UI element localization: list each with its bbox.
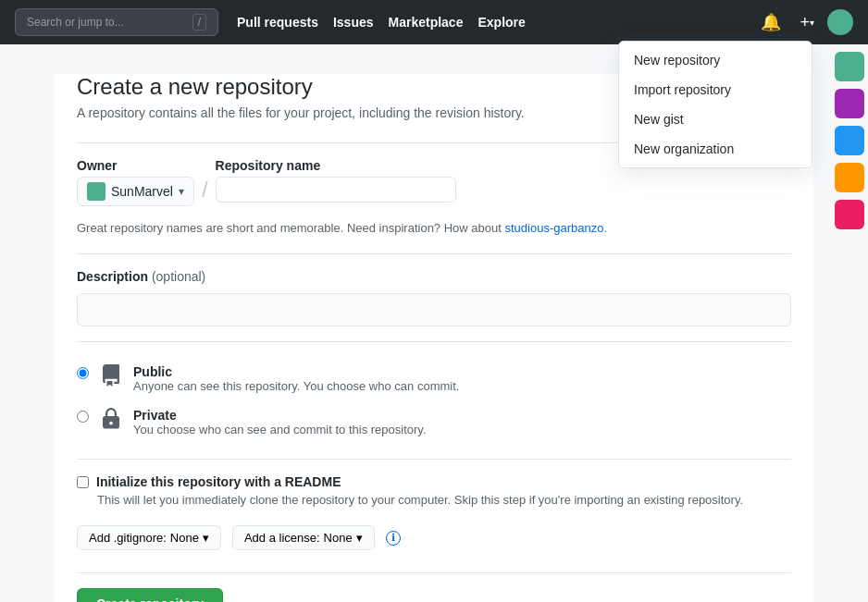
hint-text-prefix: Great repository names are short and mem… [77, 221, 502, 235]
private-radio[interactable] [77, 411, 89, 423]
private-desc: You choose who can see and commit to thi… [133, 423, 427, 436]
license-value: None [324, 531, 353, 545]
user-avatar[interactable] [827, 9, 853, 35]
dropdown-new-organization[interactable]: New organization [619, 134, 812, 164]
gitignore-chevron-icon: ▾ [203, 531, 209, 545]
sidebar-avatar-1 [835, 52, 864, 81]
repo-name-input[interactable] [216, 177, 456, 203]
readme-label-text: Initialize this repository with a README [96, 474, 341, 489]
sidebar-avatar-3 [835, 126, 864, 155]
navbar-actions: 🔔 + ▾ [755, 8, 853, 36]
readme-hint: This will let you immediately clone the … [97, 493, 791, 507]
readme-checkbox-label[interactable]: Initialize this repository with a README [77, 474, 791, 489]
submit-section: Create repository [77, 588, 791, 602]
nav-explore[interactable]: Explore [477, 15, 525, 30]
description-optional: (optional) [152, 269, 205, 284]
owner-avatar-icon [87, 182, 105, 201]
gitignore-label: Add .gitignore: [89, 531, 167, 545]
license-label: Add a license: [244, 531, 320, 545]
extras-row: Add .gitignore: None ▾ Add a license: No… [77, 525, 791, 550]
public-desc: Anyone can see this repository. You choo… [133, 379, 459, 393]
nav-marketplace[interactable]: Marketplace [389, 15, 464, 30]
public-text: Public Anyone can see this repository. Y… [133, 364, 459, 393]
search-placeholder: Search or jump to... [27, 16, 124, 29]
repo-name-label: Repository name [216, 158, 456, 173]
dropdown-new-repository[interactable]: New repository [619, 45, 812, 75]
hint-suffix: . [603, 221, 607, 235]
repo-name-hint: Great repository names are short and mem… [77, 221, 791, 235]
section-divider-1 [77, 253, 791, 254]
public-option: Public Anyone can see this repository. Y… [77, 364, 791, 393]
sidebar-avatar-5 [835, 200, 864, 229]
visibility-section: Public Anyone can see this repository. Y… [77, 364, 791, 436]
private-icon [98, 406, 124, 432]
public-icon [98, 362, 124, 388]
owner-group: Owner SunMarvel ▾ [77, 158, 194, 206]
owner-chevron-icon: ▾ [179, 185, 184, 198]
search-bar[interactable]: Search or jump to... / [15, 8, 218, 36]
repo-name-group: Repository name [216, 158, 456, 203]
private-text: Private You choose who can see and commi… [133, 408, 427, 436]
private-title: Private [133, 408, 427, 423]
section-divider-2 [77, 341, 791, 342]
section-divider-3 [77, 459, 791, 460]
new-dropdown-menu: New repository Import repository New gis… [618, 41, 812, 168]
create-repository-button[interactable]: Create repository [77, 588, 223, 602]
main-nav: Pull requests Issues Marketplace Explore [237, 15, 526, 30]
info-icon[interactable]: ℹ [386, 531, 401, 546]
owner-name: SunMarvel [111, 184, 173, 199]
private-option: Private You choose who can see and commi… [77, 408, 791, 436]
nav-issues[interactable]: Issues [333, 15, 374, 30]
public-title: Public [133, 364, 459, 379]
sidebar-avatar-2 [835, 89, 864, 118]
dropdown-new-gist[interactable]: New gist [619, 104, 812, 134]
owner-select[interactable]: SunMarvel ▾ [77, 177, 194, 206]
slash-separator: / [202, 177, 208, 206]
gitignore-select[interactable]: Add .gitignore: None ▾ [77, 525, 221, 550]
plus-button[interactable]: + ▾ [794, 9, 820, 36]
public-radio[interactable] [77, 367, 89, 379]
readme-section: Initialize this repository with a README… [77, 474, 791, 507]
description-group: Description (optional) [77, 269, 791, 326]
gitignore-value: None [170, 531, 199, 545]
search-kbd: / [192, 14, 206, 31]
description-input[interactable] [77, 293, 791, 326]
license-chevron-icon: ▾ [356, 531, 363, 545]
license-select[interactable]: Add a license: None ▾ [232, 525, 375, 550]
owner-label: Owner [77, 158, 194, 173]
readme-checkbox[interactable] [77, 476, 89, 488]
description-label: Description (optional) [77, 269, 791, 284]
nav-pull-requests[interactable]: Pull requests [237, 15, 318, 30]
navbar: Search or jump to... / Pull requests Iss… [0, 0, 868, 44]
dropdown-import-repository[interactable]: Import repository [619, 75, 812, 104]
suggested-repo-name[interactable]: studious-garbanzo [504, 221, 603, 235]
final-divider [77, 572, 791, 573]
notifications-button[interactable]: 🔔 [755, 8, 787, 36]
sidebar-avatar-4 [835, 163, 864, 192]
right-sidebar [831, 44, 868, 237]
